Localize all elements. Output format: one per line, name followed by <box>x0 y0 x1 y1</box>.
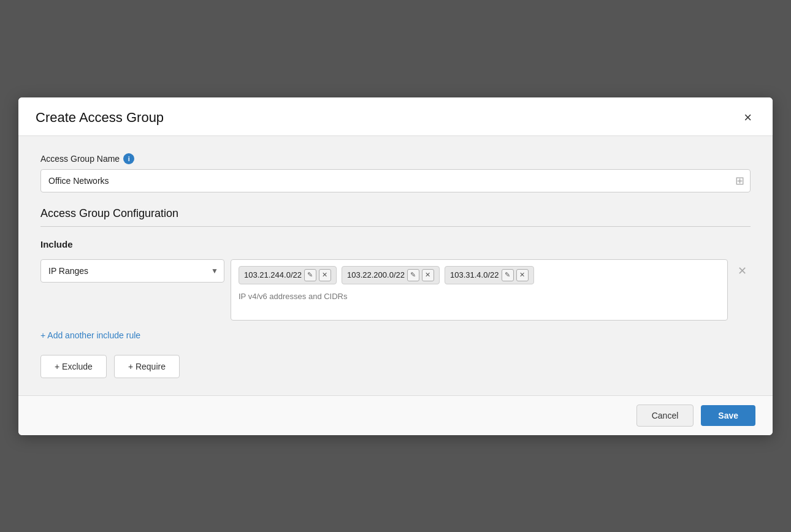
tag-1-edit-btn[interactable]: ✎ <box>304 269 316 281</box>
name-input[interactable] <box>40 169 751 192</box>
section-title: Access Group Configuration <box>40 207 751 227</box>
tag-3-edit-btn[interactable]: ✎ <box>502 269 514 281</box>
tag-3-remove-btn[interactable]: ✕ <box>516 269 529 281</box>
include-label: Include <box>40 239 751 249</box>
delete-rule-button[interactable]: ✕ <box>734 259 751 283</box>
tag-2-remove-btn[interactable]: ✕ <box>422 269 434 281</box>
config-section: Access Group Configuration Include IP Ra… <box>40 207 751 378</box>
add-include-rule-link[interactable]: + Add another include rule <box>40 330 140 340</box>
close-button[interactable]: × <box>740 110 755 126</box>
tag-1: 103.21.244.0/22 ✎ ✕ <box>239 266 337 284</box>
rule-type-select[interactable]: IP Ranges Country AS Numbers Everyone Co… <box>40 259 224 283</box>
cancel-button[interactable]: Cancel <box>636 405 694 427</box>
rule-type-select-wrapper: IP Ranges Country AS Numbers Everyone Co… <box>40 259 224 283</box>
copy-icon: ⊞ <box>735 174 744 188</box>
modal-footer: Cancel Save <box>18 395 773 435</box>
modal-title: Create Access Group <box>36 110 164 126</box>
tag-1-value: 103.21.244.0/22 <box>244 270 302 279</box>
require-button[interactable]: + Require <box>114 355 180 378</box>
modal-overlay: Create Access Group × Access Group Name … <box>0 0 791 532</box>
name-label-row: Access Group Name i <box>40 153 751 164</box>
name-label: Access Group Name <box>40 154 120 164</box>
exclude-button[interactable]: + Exclude <box>40 355 107 378</box>
tags-container: 103.21.244.0/22 ✎ ✕ 103.22.200.0/22 ✎ ✕ <box>231 259 728 321</box>
include-rule-row: IP Ranges Country AS Numbers Everyone Co… <box>40 259 751 321</box>
tags-row: 103.21.244.0/22 ✎ ✕ 103.22.200.0/22 ✎ ✕ <box>239 266 720 284</box>
name-input-wrapper: ⊞ <box>40 169 751 192</box>
tag-input[interactable] <box>239 289 720 303</box>
modal-dialog: Create Access Group × Access Group Name … <box>18 97 773 435</box>
info-icon[interactable]: i <box>123 153 134 164</box>
action-buttons: + Exclude + Require <box>40 355 751 378</box>
tag-3-value: 103.31.4.0/22 <box>450 270 499 279</box>
save-button[interactable]: Save <box>701 405 755 426</box>
tag-2-value: 103.22.200.0/22 <box>347 270 405 279</box>
modal-body: Access Group Name i ⊞ Access Group Confi… <box>18 136 773 395</box>
tag-3: 103.31.4.0/22 ✎ ✕ <box>445 266 534 284</box>
tag-2: 103.22.200.0/22 ✎ ✕ <box>342 266 440 284</box>
tag-2-edit-btn[interactable]: ✎ <box>407 269 419 281</box>
modal-header: Create Access Group × <box>18 97 773 136</box>
tag-1-remove-btn[interactable]: ✕ <box>319 269 331 281</box>
name-field-group: Access Group Name i ⊞ <box>40 153 751 192</box>
